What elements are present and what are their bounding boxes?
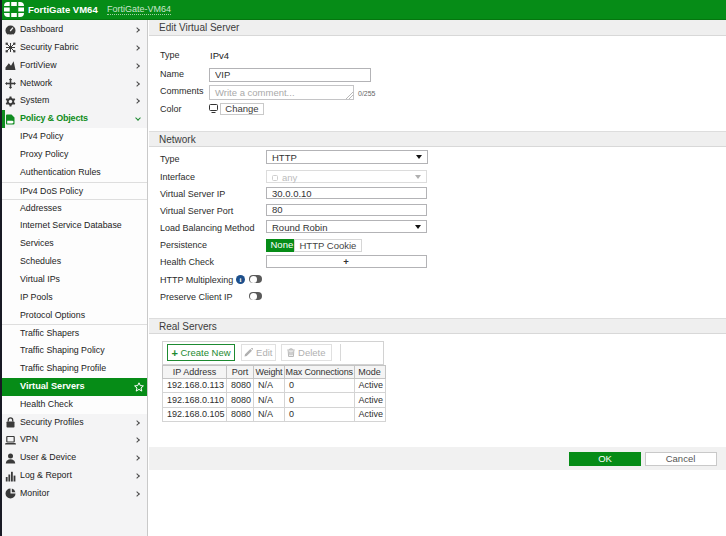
- svg-text:i: i: [240, 276, 242, 284]
